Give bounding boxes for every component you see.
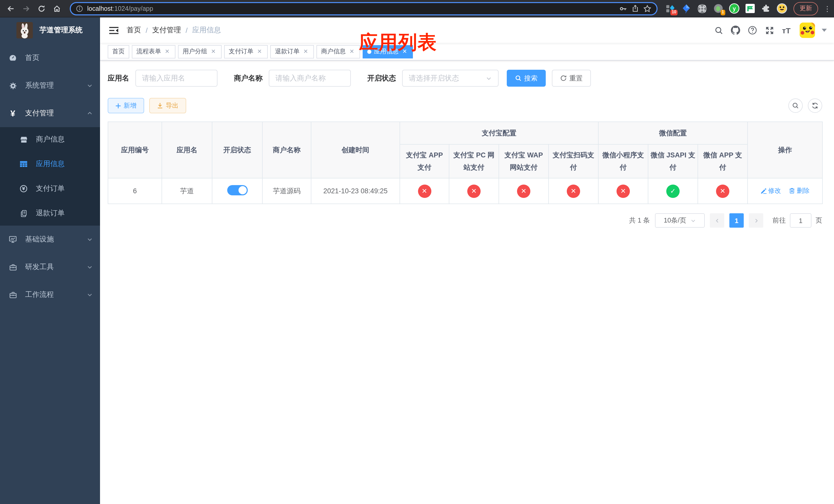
sidebar-item-system[interactable]: 系统管理 [0,72,100,99]
sidebar-item-pay-order[interactable]: ¥ 支付订单 [0,176,100,201]
cell-create-time: 2021-10-23 08:49:25 [311,178,400,204]
app-name-input[interactable]: 请输入应用名 [135,70,218,87]
breadcrumb-home[interactable]: 首页 [127,26,141,35]
refresh-table-button[interactable] [808,98,822,113]
trash-icon [789,188,795,194]
browser-home-button[interactable] [50,2,64,15]
delete-link[interactable]: 删除 [789,187,810,196]
sidebar-item-merchant-info[interactable]: 商户信息 [0,127,100,152]
sidebar-item-app-info[interactable]: 应用信息 [0,152,100,176]
browser-forward-button[interactable] [20,2,33,15]
sidebar-item-refund-order[interactable]: 退款订单 [0,201,100,226]
github-icon[interactable] [729,24,742,37]
password-key-icon[interactable] [619,4,627,13]
tag-refund-order[interactable]: 退款订单✕ [270,45,314,58]
col-header-app-name: 应用名 [162,122,212,178]
tag-pay-order[interactable]: 支付订单✕ [224,45,268,58]
breadcrumb-payment[interactable]: 支付管理 [152,26,181,35]
status-select[interactable]: 请选择开启状态 [402,70,499,87]
table-toolbar: 新增 导出 [108,98,822,113]
command-extension-icon[interactable] [697,3,708,14]
chevron-down-icon [87,236,93,243]
export-button[interactable]: 导出 [149,98,186,113]
status-cross-icon: ✕ [716,184,729,198]
prev-page-button[interactable] [710,213,724,228]
sidebar-item-label: 应用信息 [36,159,93,169]
briefcase-icon [9,291,17,299]
yudao-extension-icon[interactable]: y [728,3,740,14]
tag-home[interactable]: 首页 [108,45,129,58]
cell-alipay-app-status: ✕ [400,178,449,204]
close-icon[interactable]: ✕ [348,48,355,55]
chat-extension-icon[interactable] [744,3,755,14]
user-avatar[interactable] [799,23,815,38]
filter-label: 商户名称 [234,74,263,83]
col-header-alipay-pc: 支付宝 PC 网站支付 [449,144,499,178]
sidebar-logo[interactable]: 芋道管理系统 [0,18,100,43]
sidebar: 芋道管理系统 首页 系统管理 [0,18,100,504]
reset-button[interactable]: 重置 [552,70,591,87]
page-size-select[interactable]: 10条/页 [655,213,705,228]
fullscreen-icon[interactable] [763,24,776,37]
sidebar-item-infrastructure[interactable]: 基础设施 [0,226,100,253]
apps-table: 应用编号 应用名 开启状态 商户名称 创建时间 支付宝配置 微信配置 操作 支付… [108,121,823,204]
profile-emoji-icon[interactable] [776,3,787,14]
col-header-alipay-app: 支付宝 APP 支付 [400,144,449,178]
bookmark-star-icon[interactable] [643,4,652,13]
kite-extension-icon[interactable] [681,3,692,14]
site-info-icon[interactable] [76,5,83,12]
sidebar-collapse-icon[interactable] [107,26,120,34]
header-search-icon[interactable] [712,24,725,37]
page-number-current[interactable]: 1 [729,213,744,228]
sidebar-item-label: 退款订单 [36,209,93,218]
col-header-create-time: 创建时间 [311,122,400,178]
store-icon [20,136,28,143]
tab-manager-extension-icon[interactable]: 10 [665,3,676,14]
toolbar-right [788,98,822,113]
toggle-search-button[interactable] [788,98,803,113]
merchant-name-input[interactable]: 请输入商户名称 [269,70,351,87]
tag-merchant-info[interactable]: 商户信息✕ [316,45,360,58]
sidebar-item-label: 系统管理 [25,81,79,90]
edit-link[interactable]: 修改 [761,187,781,196]
goto-page-input[interactable]: 1 [790,213,811,228]
table-row: 6 芋道 芋道源码 2021-10-23 08:49:25 ✕ ✕ ✕ ✕ ✕ … [108,178,822,204]
search-button[interactable]: 搜索 [507,70,546,87]
extension-badge: 10 [671,9,678,15]
cell-wechat-lite-status: ✕ [598,178,648,204]
col-header-status: 开启状态 [212,122,262,178]
tag-process-form[interactable]: 流程表单✕ [132,45,175,58]
browser-update-button[interactable]: 更新 [793,2,818,15]
recorder-extension-icon[interactable]: 1 [712,3,724,14]
close-icon[interactable]: ✕ [210,48,217,55]
enable-switch[interactable] [227,185,247,196]
add-button[interactable]: 新增 [108,98,144,113]
sidebar-item-payment[interactable]: ¥ 支付管理 [0,99,100,127]
tag-user-group[interactable]: 用户分组✕ [178,45,222,58]
close-icon[interactable]: ✕ [163,48,171,55]
url-text[interactable]: localhost:1024/pay/app [87,5,615,12]
close-icon[interactable]: ✕ [302,48,309,55]
cell-status [212,178,262,204]
browser-reload-button[interactable] [35,2,48,15]
status-cross-icon: ✕ [418,184,431,198]
sidebar-item-workflow[interactable]: 工作流程 [0,281,100,308]
monitor-chart-icon [9,235,17,244]
share-icon[interactable] [631,5,639,12]
app-title: 芋道管理系统 [40,26,83,35]
browser-menu-icon[interactable]: ⋮ [822,4,832,13]
avatar-caret-icon[interactable] [822,29,827,32]
sidebar-item-dev-tools[interactable]: 研发工具 [0,253,100,281]
sidebar-item-home[interactable]: 首页 [0,44,100,72]
address-bar[interactable]: localhost:1024/pay/app [70,2,658,15]
font-size-icon[interactable]: ᴛT [780,24,793,37]
app-shell: 芋道管理系统 首页 系统管理 [0,18,834,504]
help-doc-icon[interactable] [746,24,759,37]
refresh-icon [811,102,819,109]
close-icon[interactable]: ✕ [256,48,263,55]
browser-back-button[interactable] [4,2,18,15]
next-page-button[interactable] [749,213,763,228]
sidebar-item-label: 商户信息 [36,135,93,144]
chevron-up-icon [87,110,93,116]
extensions-puzzle-icon[interactable] [760,3,771,14]
